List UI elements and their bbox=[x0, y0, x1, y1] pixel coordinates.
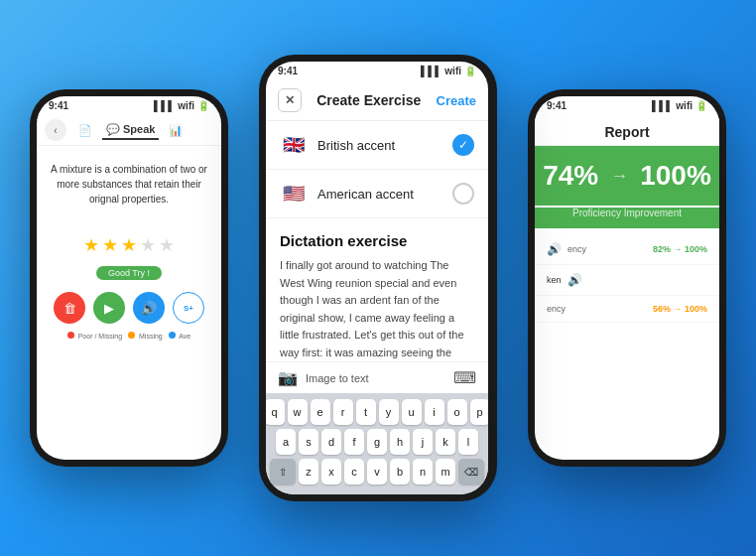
star-1: ★ bbox=[83, 234, 99, 256]
pct-change-0: 82% → 100% bbox=[653, 244, 707, 254]
left-status-icons: ▌▌▌ wifi 🔋 bbox=[154, 100, 209, 111]
british-accent-label: British accent bbox=[317, 138, 442, 153]
proficiency-to-block: 100% bbox=[640, 160, 711, 192]
key-q[interactable]: q bbox=[266, 399, 285, 425]
left-content: 9:41 ▌▌▌ wifi 🔋 ‹ 📄 💬 Speak 📊 A bbox=[37, 96, 221, 460]
center-content: 9:41 ▌▌▌ wifi 🔋 ✕ Create Exercise Create… bbox=[266, 62, 488, 494]
right-content: 9:41 ▌▌▌ wifi 🔋 Report 74% → 100% bbox=[535, 96, 719, 460]
proficiency-from-block: 74% bbox=[543, 160, 598, 192]
key-t[interactable]: t bbox=[356, 399, 376, 425]
create-exercise-title: Create Exercise bbox=[310, 92, 429, 108]
star-2: ★ bbox=[102, 234, 118, 256]
right-battery-icon: 🔋 bbox=[695, 100, 707, 111]
right-time: 9:41 bbox=[547, 100, 567, 111]
key-s[interactable]: s bbox=[299, 429, 318, 455]
right-phone-screen: 9:41 ▌▌▌ wifi 🔋 Report 74% → 100% bbox=[535, 96, 719, 460]
key-d[interactable]: d bbox=[321, 429, 341, 455]
left-nav-bar: ‹ 📄 💬 Speak 📊 bbox=[37, 115, 221, 146]
right-phone: 9:41 ▌▌▌ wifi 🔋 Report 74% → 100% bbox=[528, 89, 726, 467]
key-n[interactable]: n bbox=[413, 459, 433, 485]
british-accent-option[interactable]: 🇬🇧 British accent ✓ bbox=[266, 121, 488, 170]
report-row-label-0: ency bbox=[567, 244, 647, 254]
left-status-bar: 9:41 ▌▌▌ wifi 🔋 bbox=[37, 96, 221, 115]
back-button[interactable]: ‹ bbox=[45, 119, 66, 141]
stars-row: ★ ★ ★ ★ ★ bbox=[37, 234, 221, 256]
left-phone: 9:41 ▌▌▌ wifi 🔋 ‹ 📄 💬 Speak 📊 A bbox=[30, 89, 228, 467]
dictation-text: I finally got around to watching The Wes… bbox=[280, 257, 474, 361]
key-w[interactable]: w bbox=[288, 399, 308, 425]
center-phone: 9:41 ▌▌▌ wifi 🔋 ✕ Create Exercise Create… bbox=[259, 55, 497, 501]
key-r[interactable]: r bbox=[333, 399, 353, 425]
tab-doc-icon[interactable]: 📄 bbox=[74, 122, 96, 139]
key-p[interactable]: p bbox=[470, 399, 489, 425]
american-accent-option[interactable]: 🇺🇸 American accent bbox=[266, 170, 488, 218]
sound-button[interactable]: 🔊 bbox=[133, 292, 165, 324]
key-g[interactable]: g bbox=[367, 429, 387, 455]
missing-dot bbox=[128, 332, 135, 339]
pct-change-2: 56% → 100% bbox=[653, 304, 707, 314]
center-signal-icon: ▌▌▌ bbox=[421, 66, 441, 76]
american-accent-label: American accent bbox=[317, 187, 442, 202]
center-phone-screen: 9:41 ▌▌▌ wifi 🔋 ✕ Create Exercise Create… bbox=[266, 62, 488, 494]
right-status-bar: 9:41 ▌▌▌ wifi 🔋 bbox=[535, 96, 719, 115]
tab-speak[interactable]: 💬 Speak bbox=[102, 121, 159, 140]
delete-button[interactable]: 🗑 bbox=[54, 292, 85, 324]
report-title: Report bbox=[604, 124, 649, 140]
report-row-0: 🔊 ency 82% → 100% bbox=[535, 234, 719, 265]
key-b[interactable]: b bbox=[390, 459, 410, 485]
center-wifi-icon: wifi bbox=[444, 66, 461, 76]
report-token-1: ken bbox=[547, 275, 562, 285]
legend-missing: Missing bbox=[128, 332, 163, 340]
key-u[interactable]: u bbox=[402, 399, 422, 425]
key-v[interactable]: v bbox=[367, 459, 387, 485]
more-button[interactable]: S+ bbox=[173, 292, 204, 324]
star-3: ★ bbox=[121, 234, 137, 256]
report-row-1: ken 🔊 bbox=[535, 265, 719, 296]
key-a[interactable]: a bbox=[276, 429, 296, 455]
key-k[interactable]: k bbox=[436, 429, 455, 455]
camera-icon[interactable]: 📷 bbox=[278, 368, 298, 387]
key-i[interactable]: i bbox=[425, 399, 444, 425]
good-try-badge: Good Try ! bbox=[96, 266, 162, 280]
key-h[interactable]: h bbox=[390, 429, 410, 455]
tab-chart-icon[interactable]: 📊 bbox=[165, 122, 187, 139]
report-rows: 🔊 ency 82% → 100% ken 🔊 ency 56% → 100% bbox=[535, 228, 719, 329]
key-shift[interactable]: ⇧ bbox=[270, 459, 296, 485]
keyboard-row-3: ⇧ z x c v b n m ⌫ bbox=[270, 459, 484, 485]
tab-icons: 📄 💬 Speak 📊 bbox=[74, 121, 187, 140]
right-signal-icon: ▌▌▌ bbox=[652, 100, 673, 111]
key-m[interactable]: m bbox=[436, 459, 455, 485]
key-f[interactable]: f bbox=[344, 429, 364, 455]
british-flag: 🇬🇧 bbox=[280, 131, 308, 159]
american-flag: 🇺🇸 bbox=[280, 180, 308, 208]
speaker-icon-0[interactable]: 🔊 bbox=[547, 242, 562, 256]
left-time: 9:41 bbox=[49, 100, 68, 111]
legend-row: Poor / Missing Missing Ave bbox=[37, 324, 221, 340]
bottom-toolbar: 📷 Image to text ⌨ bbox=[266, 361, 488, 393]
keyboard-icon[interactable]: ⌨ bbox=[453, 368, 476, 387]
key-o[interactable]: o bbox=[447, 399, 467, 425]
key-e[interactable]: e bbox=[311, 399, 330, 425]
star-5: ★ bbox=[159, 234, 175, 256]
create-button[interactable]: Create bbox=[437, 93, 476, 108]
key-j[interactable]: j bbox=[413, 429, 433, 455]
american-check bbox=[452, 183, 474, 205]
key-x[interactable]: x bbox=[321, 459, 341, 485]
right-wifi-icon: wifi bbox=[676, 100, 693, 111]
key-backspace[interactable]: ⌫ bbox=[458, 459, 484, 485]
key-l[interactable]: l bbox=[458, 429, 478, 455]
close-button[interactable]: ✕ bbox=[278, 88, 302, 112]
left-text-content: A mixture is a combination of two or mor… bbox=[37, 146, 221, 222]
keyboard-row-1: q w e r t y u i o p bbox=[270, 399, 484, 425]
proficiency-to: 100% bbox=[640, 160, 711, 192]
legend-ave: Ave bbox=[169, 332, 191, 340]
wifi-icon: wifi bbox=[178, 100, 194, 111]
play-button[interactable]: ▶ bbox=[93, 292, 125, 324]
proficiency-from: 74% bbox=[543, 160, 598, 192]
key-c[interactable]: c bbox=[344, 459, 364, 485]
key-z[interactable]: z bbox=[299, 459, 318, 485]
keyboard-area: q w e r t y u i o p a s d f g h bbox=[266, 393, 488, 494]
speaker-icon-1[interactable]: 🔊 bbox=[567, 273, 582, 287]
key-y[interactable]: y bbox=[379, 399, 399, 425]
arrow-icon: → bbox=[610, 166, 628, 187]
